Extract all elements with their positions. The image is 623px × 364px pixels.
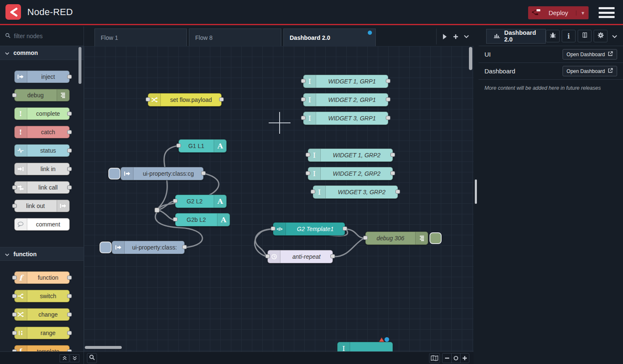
canvas-search-button[interactable] [87, 353, 97, 363]
chevrons-down-icon[interactable] [70, 354, 79, 362]
flow-node-ui-property-class-cg[interactable]: ui-property:class:cg [120, 167, 204, 180]
input-port[interactable] [12, 185, 17, 190]
palette-category-function[interactable]: function [0, 247, 84, 261]
tab-search-icon[interactable] [439, 31, 450, 42]
input-port[interactable] [12, 276, 17, 280]
input-port[interactable] [12, 204, 17, 208]
input-port[interactable] [301, 79, 306, 83]
output-port[interactable] [201, 171, 206, 175]
output-port[interactable] [343, 226, 347, 231]
inject-button[interactable] [108, 168, 120, 179]
output-port[interactable] [395, 190, 400, 194]
input-port[interactable] [176, 143, 181, 148]
palette-node-link-out[interactable]: link out [14, 200, 70, 212]
palette-node-comment[interactable]: comment [14, 218, 70, 231]
flow-tab-dashboard-2.0[interactable]: Dashboard 2.0 [283, 29, 376, 46]
wire[interactable] [158, 201, 174, 210]
output-port[interactable] [67, 349, 72, 351]
sidebar-tool-info-icon[interactable]: i [562, 30, 576, 42]
zoom-reset-button[interactable] [451, 354, 460, 363]
output-port[interactable] [390, 153, 395, 157]
input-port[interactable] [12, 331, 17, 335]
flow-node-widget-3-grp1[interactable]: IWIDGET 3, GRP1 [303, 112, 388, 125]
input-port[interactable] [12, 93, 17, 97]
inject-button[interactable] [99, 242, 112, 253]
flow-node-partial[interactable]: I [337, 342, 393, 351]
filter-nodes-input[interactable] [14, 33, 77, 39]
deploy-button[interactable]: Deploy ▼ [528, 6, 589, 19]
palette-node-complete[interactable]: !complete [14, 107, 70, 120]
input-port[interactable] [301, 97, 306, 101]
flow-node-anti-repeat[interactable]: anti-repeat [267, 250, 333, 263]
palette-scrollbar[interactable] [79, 47, 81, 84]
sidebar-tool-bug-icon[interactable] [546, 30, 560, 42]
palette-node-template[interactable]: {template [14, 345, 70, 351]
hamburger-menu-icon[interactable] [599, 6, 615, 19]
palette-node-link-in[interactable]: link in [14, 163, 70, 175]
output-port[interactable] [386, 116, 390, 120]
navigator-map-icon[interactable] [429, 353, 440, 363]
open-dashboard-button[interactable]: Open Dashboard [563, 49, 617, 60]
output-port[interactable] [386, 97, 390, 101]
flow-list-chevron-icon[interactable] [461, 31, 472, 42]
zoom-out-button[interactable] [442, 354, 451, 363]
palette-node-debug[interactable]: debug [14, 89, 70, 101]
input-port[interactable] [12, 349, 17, 351]
output-port[interactable] [67, 112, 72, 116]
horizontal-scrollbar[interactable] [85, 346, 122, 349]
output-port[interactable] [67, 294, 72, 298]
input-port[interactable] [363, 236, 368, 240]
output-port[interactable] [330, 254, 335, 258]
input-port[interactable] [12, 312, 17, 317]
input-port[interactable] [301, 116, 306, 120]
output-port[interactable] [67, 185, 72, 190]
output-port[interactable] [219, 97, 224, 101]
sidebar-tab-dashboard[interactable]: Dashboard 2.0 [486, 29, 546, 44]
palette-node-range[interactable]: range [14, 327, 70, 339]
flow-node-set-flow-payload[interactable]: set flow.payload [148, 93, 222, 107]
output-port[interactable] [67, 148, 72, 153]
flow-node-g2-template1[interactable]: </>G2 Template1 [273, 222, 345, 236]
flow-node-widget-1-grp1[interactable]: IWIDGET 1, GRP1 [303, 75, 388, 88]
input-port[interactable] [306, 153, 310, 157]
open-dashboard-button[interactable]: Open Dashboard [563, 66, 617, 76]
output-port[interactable] [67, 331, 72, 335]
palette-node-inject[interactable]: inject [14, 70, 70, 83]
wire[interactable] [334, 239, 364, 257]
add-flow-button[interactable] [450, 31, 461, 42]
input-port[interactable] [173, 199, 178, 203]
input-port[interactable] [146, 97, 150, 101]
input-port[interactable] [311, 190, 315, 194]
input-port[interactable] [306, 171, 310, 175]
flow-tab-flow-8[interactable]: Flow 8 [189, 29, 281, 46]
sidebar-resize-grip[interactable] [475, 179, 477, 204]
palette-node-function[interactable]: ffunction [14, 271, 70, 284]
sidebar-tool-book-icon[interactable] [578, 30, 592, 42]
sidebar-tool-chevron-down-icon[interactable] [610, 30, 620, 42]
vertical-scrollbar[interactable] [469, 47, 472, 70]
output-port[interactable] [390, 171, 395, 175]
flow-canvas[interactable]: set flow.payloadIWIDGET 1, GRP1IWIDGET 2… [84, 46, 474, 351]
chevrons-up-icon[interactable] [60, 354, 69, 362]
flow-tab-flow-1[interactable]: Flow 1 [94, 29, 187, 46]
input-port[interactable] [265, 254, 270, 258]
wire[interactable] [346, 229, 364, 238]
flow-node-g2-l2[interactable]: G2 L2A [175, 195, 227, 208]
flow-node-ui-property-class-[interactable]: ui-property:class: [112, 241, 185, 254]
output-port[interactable] [67, 130, 72, 134]
flow-node-widget-1-grp2[interactable]: IWIDGET 1, GRP2 [308, 148, 393, 162]
input-port[interactable] [173, 217, 178, 221]
palette-node-change[interactable]: change [14, 308, 70, 321]
input-port[interactable] [12, 294, 17, 298]
input-port[interactable] [271, 226, 275, 231]
wire[interactable] [158, 210, 174, 220]
output-port[interactable] [67, 276, 72, 280]
palette-node-switch[interactable]: switch [14, 290, 70, 302]
wire-junction[interactable] [154, 208, 160, 213]
output-port[interactable] [182, 245, 187, 249]
zoom-in-button[interactable] [460, 354, 469, 363]
palette-node-link-call[interactable]: link call [14, 181, 70, 194]
output-port[interactable] [386, 79, 390, 83]
deploy-caret-icon[interactable]: ▼ [576, 10, 585, 16]
palette-node-catch[interactable]: !catch [14, 126, 70, 138]
